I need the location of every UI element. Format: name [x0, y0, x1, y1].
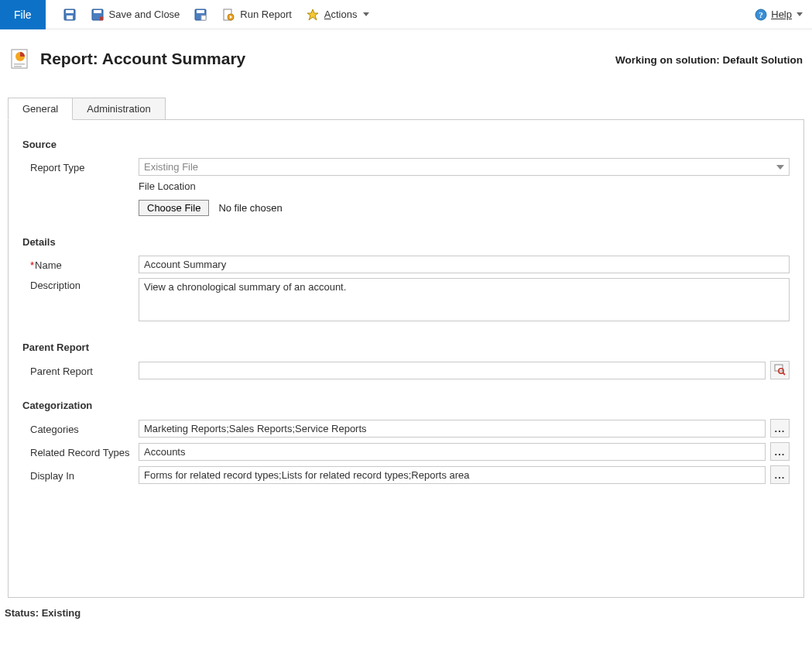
actions-label: Actions: [324, 9, 358, 20]
display-in-input[interactable]: [139, 466, 766, 484]
status-bar: Status: Existing: [0, 604, 812, 626]
section-details: Details: [22, 236, 790, 248]
actions-menu-button[interactable]: Actions: [306, 0, 370, 29]
save-close-label: Save and Close: [109, 9, 180, 20]
page-title: Report: Account Summary: [40, 50, 245, 68]
label-file-location: File Location: [139, 180, 196, 192]
run-report-label: Run Report: [240, 9, 291, 20]
tab-administration[interactable]: Administration: [72, 98, 165, 119]
label-categories: Categories: [22, 422, 139, 435]
save-icon: [63, 8, 77, 22]
svg-rect-4: [94, 10, 101, 13]
parent-report-lookup-button[interactable]: [770, 361, 790, 379]
svg-line-18: [783, 372, 786, 375]
choose-file-button[interactable]: Choose File: [139, 200, 209, 216]
chevron-down-icon: [363, 12, 369, 16]
related-record-types-input[interactable]: [139, 443, 766, 461]
help-menu-button[interactable]: ? Help: [754, 8, 803, 22]
label-related-record-types: Related Record Types: [22, 445, 139, 458]
command-bar: File Save and Close Run Report Actions ?: [0, 0, 812, 29]
label-report-type: Report Type: [22, 160, 139, 173]
form-panel: Source Report Type Existing File File Lo…: [8, 119, 804, 598]
solution-label: Working on solution: Default Solution: [615, 53, 803, 66]
svg-rect-2: [67, 15, 73, 19]
section-parent: Parent Report: [22, 342, 790, 353]
categories-input[interactable]: [139, 420, 766, 438]
name-input[interactable]: [139, 256, 790, 273]
label-parent-report: Parent Report: [22, 364, 139, 377]
description-textarea[interactable]: View a chronological summary of an accou…: [139, 278, 790, 321]
svg-rect-6: [197, 10, 204, 13]
file-menu-button[interactable]: File: [0, 0, 46, 29]
svg-rect-15: [14, 66, 22, 67]
section-source: Source: [22, 139, 790, 150]
help-label: Help: [771, 9, 792, 20]
save-as-icon: [194, 8, 207, 22]
run-report-button[interactable]: Run Report: [221, 0, 291, 29]
run-report-icon: [221, 8, 235, 22]
svg-text:?: ?: [759, 10, 764, 19]
tab-general[interactable]: General: [8, 98, 73, 120]
save-and-close-button[interactable]: Save and Close: [91, 0, 180, 29]
help-icon: ?: [754, 8, 768, 22]
parent-report-input[interactable]: [139, 362, 766, 379]
title-row: Report: Account Summary Working on solut…: [0, 29, 812, 77]
report-icon: [9, 48, 31, 70]
svg-rect-14: [14, 63, 25, 65]
report-type-value: Existing File: [144, 161, 198, 173]
label-display-in: Display In: [22, 469, 139, 482]
display-in-picker-button[interactable]: ...: [770, 465, 790, 484]
save-button[interactable]: [63, 0, 77, 29]
label-name: *Name: [22, 258, 139, 271]
chevron-down-icon: [776, 165, 784, 170]
report-type-select[interactable]: Existing File: [139, 158, 790, 176]
svg-rect-7: [201, 15, 206, 20]
svg-rect-1: [66, 10, 74, 13]
label-description: Description: [22, 278, 139, 291]
file-chosen-status: No file chosen: [218, 202, 282, 214]
categories-picker-button[interactable]: ...: [770, 419, 790, 438]
save-as-button[interactable]: [194, 0, 207, 29]
actions-icon: [306, 8, 320, 22]
section-categorization: Categorization: [22, 400, 790, 411]
tabs: General Administration: [0, 98, 812, 119]
related-record-types-picker-button[interactable]: ...: [770, 442, 790, 461]
chevron-down-icon: [797, 12, 803, 16]
save-close-icon: [91, 8, 104, 22]
lookup-icon: [773, 363, 786, 378]
